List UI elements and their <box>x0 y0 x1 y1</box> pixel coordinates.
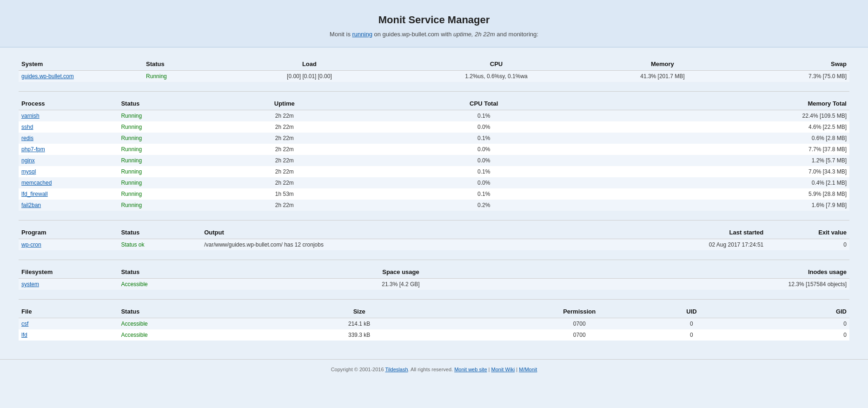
status-badge: Running <box>121 168 142 175</box>
col-filesystem: Filesystem <box>19 265 118 279</box>
process-name-link[interactable]: mysql <box>21 168 36 175</box>
col-swap: Swap <box>725 57 849 71</box>
divider-2 <box>19 220 849 221</box>
status-middle: on guides.wp-bullet.com with <box>372 31 453 38</box>
file-table-body: csf Accessible 214.1 kB 0700 0 0 lfd Acc… <box>19 318 849 341</box>
table-row: guides.wp-bullet.com Running [0.00] [0.0… <box>19 71 849 82</box>
file-name-link[interactable]: lfd <box>21 332 27 338</box>
status-badge: Running <box>121 180 142 186</box>
memory-value: 7.0% [34.3 MB] <box>600 166 849 177</box>
col-memory: Memory <box>600 57 725 71</box>
status-badge: Accessible <box>121 281 147 288</box>
process-name-link[interactable]: sshd <box>21 124 33 130</box>
cpu-value: 1.2%us, 0.6%sy, 0.1%wa <box>392 71 600 82</box>
col-system: System <box>19 57 143 71</box>
memory-value: 0.6% [2.8 MB] <box>600 133 849 144</box>
inodes-usage-value: 12.3% [157584 objects] <box>600 279 849 290</box>
process-name-link[interactable]: lfd_firewall <box>21 191 48 197</box>
tildeslash-link[interactable]: Tildeslash <box>385 367 408 372</box>
cpu-value: 0.1% <box>368 133 600 144</box>
status-badge: Running <box>121 146 142 153</box>
cpu-value: 0.1% <box>368 188 600 200</box>
memory-value: 1.2% [5.7 MB] <box>600 155 849 166</box>
table-row: memcached Running 2h 22m 0.0% 0.4% [2.1 … <box>19 177 849 188</box>
uptime-value: 2h 22m <box>201 177 367 188</box>
running-link[interactable]: running <box>352 31 372 38</box>
col-gid: GID <box>742 304 849 318</box>
cpu-value: 0.1% <box>368 110 600 122</box>
program-name-link[interactable]: wp-cron <box>21 241 41 248</box>
main-content: System Status Load CPU Memory Swap guide… <box>0 47 868 359</box>
file-table: File Status Size Permission UID GID csf … <box>19 304 849 341</box>
page-header: Monit Service Manager Monit is running o… <box>0 0 868 47</box>
table-row: mysql Running 2h 22m 0.1% 7.0% [34.3 MB] <box>19 166 849 177</box>
col-memory-total: Memory Total <box>600 96 849 110</box>
swap-value: 7.3% [75.0 MB] <box>725 71 849 82</box>
page-footer: Copyright © 2001-2016 Tildeslash. All ri… <box>0 359 868 379</box>
output-value: /var/www/guides.wp-bullet.com/ has 12 cr… <box>201 239 575 251</box>
col-status: Status <box>143 57 226 71</box>
table-row: sshd Running 2h 22m 0.0% 4.6% [22.5 MB] <box>19 121 849 133</box>
uptime-value: 2h 22m <box>201 133 367 144</box>
table-row: lfd Accessible 339.3 kB 0700 0 0 <box>19 329 849 341</box>
system-table-header: System Status Load CPU Memory Swap <box>19 57 849 71</box>
process-table: Process Status Uptime CPU Total Memory T… <box>19 96 849 211</box>
col-file: File <box>19 304 118 318</box>
status-badge: Running <box>121 157 142 164</box>
cpu-value: 0.0% <box>368 177 600 188</box>
permission-value: 0700 <box>517 318 642 330</box>
filesystem-name-link[interactable]: system <box>21 281 39 288</box>
table-row: varnish Running 2h 22m 0.1% 22.4% [109.5… <box>19 110 849 122</box>
cpu-value: 0.0% <box>368 144 600 155</box>
table-row: lfd_firewall Running 1h 53m 0.1% 5.9% [2… <box>19 188 849 200</box>
table-row: system Accessible 21.3% [4.2 GB] 12.3% [… <box>19 279 849 290</box>
footer-rights: . All rights reserved. <box>408 367 455 372</box>
status-description: Monit is running on guides.wp-bullet.com… <box>9 31 859 38</box>
file-name-link[interactable]: csf <box>21 321 28 327</box>
memory-value: 5.9% [28.8 MB] <box>600 188 849 200</box>
process-name-link[interactable]: varnish <box>21 113 40 119</box>
col-status: Status <box>118 225 201 239</box>
memory-value: 41.3% [201.7 MB] <box>600 71 725 82</box>
monit-web-link[interactable]: Monit web site <box>454 367 487 372</box>
system-section: System Status Load CPU Memory Swap guide… <box>19 57 849 82</box>
load-value: [0.00] [0.01] [0.00] <box>226 71 392 82</box>
status-suffix: and monitoring: <box>495 31 538 38</box>
last-started-value: 02 Aug 2017 17:24:51 <box>575 239 766 251</box>
table-row: nginx Running 2h 22m 0.0% 1.2% [5.7 MB] <box>19 155 849 166</box>
cpu-value: 0.0% <box>368 155 600 166</box>
size-value: 339.3 kB <box>201 329 517 341</box>
wiki-link[interactable]: Monit Wiki <box>491 367 515 372</box>
uptime-value: 2h 22m <box>201 144 367 155</box>
cpu-value: 0.0% <box>368 121 600 133</box>
status-badge: Accessible <box>121 321 147 327</box>
uid-value: 0 <box>642 329 741 341</box>
uptime-value: 2h 22m <box>201 110 367 122</box>
gid-value: 0 <box>742 318 849 330</box>
system-table-body: guides.wp-bullet.com Running [0.00] [0.0… <box>19 71 849 82</box>
uptime-text: uptime, 2h 22m <box>453 31 495 38</box>
col-process: Process <box>19 96 118 110</box>
col-permission: Permission <box>517 304 642 318</box>
process-name-link[interactable]: nginx <box>21 157 35 164</box>
process-name-link[interactable]: redis <box>21 135 33 141</box>
col-space-usage: Space usage <box>201 265 600 279</box>
memory-value: 1.6% [7.9 MB] <box>600 200 849 211</box>
mmonit-link[interactable]: M/Monit <box>519 367 537 372</box>
status-badge: Accessible <box>121 332 147 338</box>
status-badge: Running <box>121 202 142 208</box>
process-name-link[interactable]: php7-fpm <box>21 146 45 153</box>
program-table-body: wp-cron Status ok /var/www/guides.wp-bul… <box>19 239 849 251</box>
col-size: Size <box>201 304 517 318</box>
process-name-link[interactable]: fail2ban <box>21 202 41 208</box>
system-name-link[interactable]: guides.wp-bullet.com <box>21 73 74 80</box>
divider-4 <box>19 299 849 300</box>
filesystem-table-header: Filesystem Status Space usage Inodes usa… <box>19 265 849 279</box>
system-table: System Status Load CPU Memory Swap guide… <box>19 57 849 82</box>
process-section: Process Status Uptime CPU Total Memory T… <box>19 96 849 211</box>
gid-value: 0 <box>742 329 849 341</box>
process-name-link[interactable]: memcached <box>21 180 52 186</box>
table-row: wp-cron Status ok /var/www/guides.wp-bul… <box>19 239 849 251</box>
col-status: Status <box>118 265 201 279</box>
permission-value: 0700 <box>517 329 642 341</box>
